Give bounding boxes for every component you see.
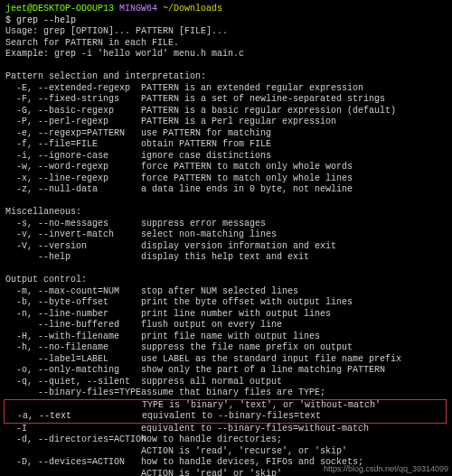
opt-G: -G, --basic-regexpPATTERN is a basic reg… xyxy=(5,106,447,117)
opt-I: -Iequivalent to --binary-files=without-m… xyxy=(5,424,447,435)
search-line: Search for PATTERN in each FILE. xyxy=(5,38,447,50)
opt-n: -n, --line-numberprint line number with … xyxy=(5,309,447,321)
opt-F: -F, --fixed-stringsPATTERN is a set of n… xyxy=(5,94,447,106)
usage-line: Usage: grep [OPTION]... PATTERN [FILE]..… xyxy=(5,26,447,38)
highlight-annotation: TYPE is 'binary', 'text', or 'without-ma… xyxy=(4,399,447,424)
opt-z: -z, --null-dataa data line ends in 0 byt… xyxy=(5,184,447,196)
section-pattern: Pattern selection and interpretation: xyxy=(5,71,447,83)
terminal-output: jeet@DESKTOP-ODOUP13 MINGW64 ~/Downloads… xyxy=(5,4,447,476)
opt-b: -b, --byte-offsetprint the byte offset w… xyxy=(5,297,447,309)
opt-e: -e, --regexp=PATTERNuse PATTERN for matc… xyxy=(5,128,447,140)
watermark-text: https://blog.csdn.net/qq_39314099 xyxy=(324,464,448,474)
opt-help: --helpdisplay this help text and exit xyxy=(5,252,447,264)
example-line: Example: grep -i 'hello world' menu.h ma… xyxy=(5,49,447,61)
prompt-path: ~/Downloads xyxy=(163,4,222,14)
opt-V: -V, --versiondisplay version information… xyxy=(5,241,447,253)
opt-w: -w, --word-regexpforce PATTERN to match … xyxy=(5,162,447,173)
opt-m: -m, --max-count=NUMstop after NUM select… xyxy=(5,286,447,298)
opt-line-buffered: --line-bufferedflush output on every lin… xyxy=(5,320,447,331)
command-line: $ grep --help xyxy=(5,15,447,27)
opt-h: -h, --no-filenamesuppress the file name … xyxy=(5,342,447,354)
opt-binary-files-cont: TYPE is 'binary', 'text', or 'without-ma… xyxy=(6,400,446,412)
opt-a-text: -a, --textequivalent to --binary-files=t… xyxy=(6,411,446,423)
section-output: Output control: xyxy=(5,275,447,286)
section-misc: Miscellaneous: xyxy=(5,207,447,219)
opt-s: -s, --no-messagessuppress error messages xyxy=(5,219,447,230)
opt-d-cont: ACTION is 'read', 'recurse', or 'skip' xyxy=(5,446,447,458)
opt-label: --label=LABELuse LABEL as the standard i… xyxy=(5,354,447,366)
opt-q: -q, --quiet, --silentsuppress all normal… xyxy=(5,377,447,388)
opt-P: -P, --perl-regexpPATTERN is a Perl regul… xyxy=(5,117,447,128)
prompt-user: jeet@DESKTOP-ODOUP13 xyxy=(5,4,114,14)
prompt-env: MINGW64 xyxy=(119,4,157,14)
opt-E: -E, --extended-regexpPATTERN is an exten… xyxy=(5,83,447,95)
opt-f: -f, --file=FILEobtain PATTERN from FILE xyxy=(5,139,447,151)
opt-v: -v, --invert-matchselect non-matching li… xyxy=(5,229,447,241)
opt-o: -o, --only-matchingshow only the part of… xyxy=(5,365,447,377)
opt-binary-files: --binary-files=TYPEassume that binary fi… xyxy=(5,387,447,399)
opt-d: -d, --directories=ACTIONhow to handle di… xyxy=(5,434,447,446)
opt-i: -i, --ignore-caseignore case distinction… xyxy=(5,151,447,163)
prompt-line: jeet@DESKTOP-ODOUP13 MINGW64 ~/Downloads xyxy=(5,4,447,15)
opt-x: -x, --line-regexpforce PATTERN to match … xyxy=(5,173,447,185)
opt-H: -H, --with-filenameprint file name with … xyxy=(5,331,447,343)
